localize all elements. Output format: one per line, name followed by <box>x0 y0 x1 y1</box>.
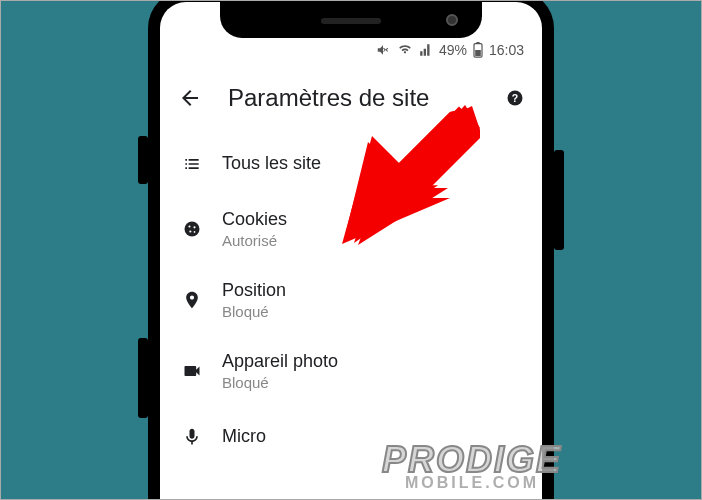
row-label: Cookies <box>222 208 524 231</box>
mic-icon <box>182 427 222 447</box>
camera-icon <box>182 361 222 381</box>
row-status: Bloqué <box>222 373 524 393</box>
back-button[interactable] <box>178 86 202 110</box>
camera-icon <box>446 14 458 26</box>
row-cookies[interactable]: Cookies Autorisé <box>160 194 542 265</box>
wifi-icon <box>397 43 413 57</box>
svg-point-7 <box>193 227 195 229</box>
settings-list: Tous les site Cookies Autorisé Position <box>160 130 542 471</box>
row-label: Tous les site <box>222 152 524 175</box>
location-icon <box>182 290 222 310</box>
phone-side-button <box>554 150 564 250</box>
row-label: Appareil photo <box>222 350 524 373</box>
row-label: Micro <box>222 425 524 448</box>
phone-frame: 49% 16:03 Paramètres de site ? Tous les … <box>148 0 554 500</box>
row-micro[interactable]: Micro <box>160 407 542 467</box>
app-header: Paramètres de site ? <box>160 70 542 130</box>
battery-percent: 49% <box>439 42 467 58</box>
phone-notch <box>220 2 482 38</box>
row-label: Position <box>222 279 524 302</box>
row-camera[interactable]: Appareil photo Bloqué <box>160 336 542 407</box>
svg-rect-2 <box>475 50 481 56</box>
row-status: Bloqué <box>222 302 524 322</box>
page-title: Paramètres de site <box>228 84 506 112</box>
svg-point-9 <box>194 232 196 234</box>
cookie-icon <box>182 219 222 239</box>
phone-side-button <box>138 136 148 184</box>
help-button[interactable]: ? <box>506 89 524 107</box>
list-icon <box>182 154 222 174</box>
mute-icon <box>375 43 391 57</box>
clock-text: 16:03 <box>489 42 524 58</box>
row-position[interactable]: Position Bloqué <box>160 265 542 336</box>
phone-side-button <box>138 338 148 418</box>
svg-rect-1 <box>476 42 479 44</box>
speaker-icon <box>321 18 381 24</box>
signal-icon <box>419 43 433 57</box>
svg-point-6 <box>188 226 190 228</box>
row-all-sites[interactable]: Tous les site <box>160 134 542 194</box>
svg-point-8 <box>189 231 191 233</box>
app-screen: Paramètres de site ? Tous les site Cook <box>160 70 542 500</box>
battery-icon <box>473 42 483 58</box>
svg-point-5 <box>185 222 200 237</box>
svg-text:?: ? <box>512 92 518 104</box>
status-bar: 49% 16:03 <box>375 42 524 58</box>
row-status: Autorisé <box>222 231 524 251</box>
